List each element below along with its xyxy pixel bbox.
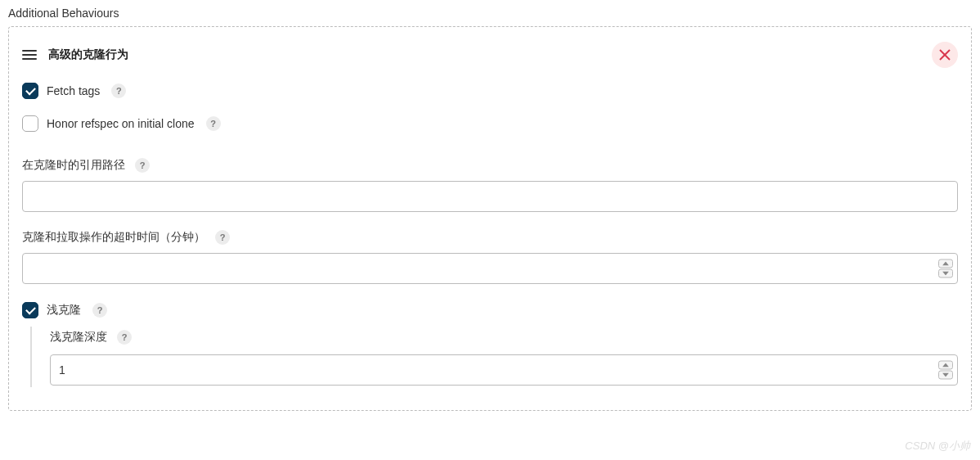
close-button[interactable] xyxy=(932,42,958,68)
help-icon[interactable]: ? xyxy=(135,158,150,173)
timeout-row: 克隆和拉取操作的超时时间（分钟） ? xyxy=(22,230,958,284)
stepper-down-button[interactable] xyxy=(938,269,953,278)
fetch-tags-row: Fetch tags ? xyxy=(22,83,958,99)
stepper-down-button[interactable] xyxy=(938,371,953,380)
help-icon[interactable]: ? xyxy=(206,116,221,131)
reference-path-input[interactable] xyxy=(22,181,958,212)
chevron-up-icon xyxy=(942,262,949,266)
panel-title: 高级的克隆行为 xyxy=(48,47,128,62)
svg-marker-2 xyxy=(942,262,949,266)
panel-header: 高级的克隆行为 xyxy=(22,42,958,68)
stepper-up-button[interactable] xyxy=(938,361,953,370)
timeout-stepper xyxy=(938,259,953,278)
honor-refspec-row: Honor refspec on initial clone ? xyxy=(22,115,958,132)
chevron-up-icon xyxy=(942,363,949,368)
fetch-tags-label: Fetch tags xyxy=(47,84,100,97)
shallow-clone-checkbox[interactable] xyxy=(22,302,38,318)
shallow-depth-label: 浅克隆深度 xyxy=(50,330,107,345)
timeout-input-wrap xyxy=(22,253,958,284)
chevron-down-icon xyxy=(942,272,949,276)
behaviour-panel: 高级的克隆行为 Fetch tags ? Honor refspec on in… xyxy=(8,26,972,411)
timeout-label-row: 克隆和拉取操作的超时时间（分钟） ? xyxy=(22,230,958,245)
shallow-depth-input[interactable] xyxy=(50,354,958,386)
timeout-input[interactable] xyxy=(22,253,958,284)
fetch-tags-checkbox[interactable] xyxy=(22,83,38,99)
stepper-up-button[interactable] xyxy=(938,259,953,268)
timeout-label: 克隆和拉取操作的超时时间（分钟） xyxy=(22,230,205,245)
help-icon[interactable]: ? xyxy=(215,230,230,245)
help-icon[interactable]: ? xyxy=(111,83,126,98)
close-icon xyxy=(939,49,951,61)
shallow-depth-input-wrap xyxy=(50,354,958,386)
svg-marker-5 xyxy=(942,373,949,377)
reference-path-label: 在克隆时的引用路径 xyxy=(22,158,125,173)
reference-path-label-row: 在克隆时的引用路径 ? xyxy=(22,158,958,173)
help-icon[interactable]: ? xyxy=(117,330,132,345)
shallow-depth-label-row: 浅克隆深度 ? xyxy=(50,330,958,345)
section-title: Additional Behaviours xyxy=(0,0,980,26)
shallow-depth-stepper xyxy=(938,361,953,380)
drag-handle-icon[interactable] xyxy=(22,50,37,60)
shallow-clone-label: 浅克隆 xyxy=(47,303,81,318)
honor-refspec-checkbox[interactable] xyxy=(22,115,38,132)
svg-marker-4 xyxy=(942,363,949,368)
svg-marker-3 xyxy=(942,272,949,276)
panel-header-left: 高级的克隆行为 xyxy=(22,47,128,62)
reference-path-row: 在克隆时的引用路径 ? xyxy=(22,158,958,212)
honor-refspec-label: Honor refspec on initial clone xyxy=(47,117,195,130)
shallow-clone-row: 浅克隆 ? xyxy=(22,302,958,318)
help-icon[interactable]: ? xyxy=(92,303,107,318)
chevron-down-icon xyxy=(942,373,949,377)
watermark: CSDN @小帅 xyxy=(905,439,970,453)
shallow-clone-nested: 浅克隆深度 ? xyxy=(30,327,958,387)
